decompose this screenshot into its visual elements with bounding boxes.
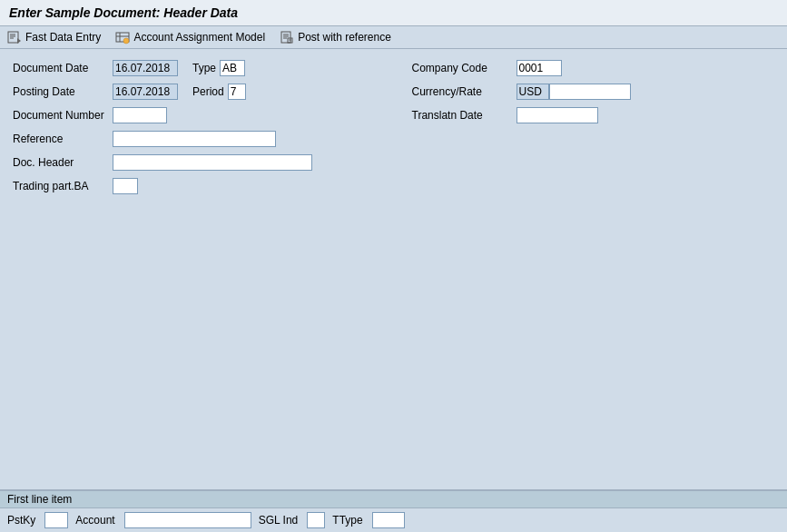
type-label: Type bbox=[192, 62, 216, 74]
reference-row: Reference bbox=[13, 129, 376, 149]
translatn-date-label: Translatn Date bbox=[412, 109, 516, 122]
currency-code-input[interactable] bbox=[516, 84, 549, 100]
period-input[interactable] bbox=[228, 84, 246, 100]
trading-part-input[interactable] bbox=[113, 178, 138, 194]
main-content: Document Date Type Posting Date Period D… bbox=[0, 49, 787, 209]
document-number-row: Document Number bbox=[13, 105, 376, 125]
document-number-input[interactable] bbox=[113, 107, 167, 123]
document-date-input[interactable] bbox=[113, 60, 178, 76]
posting-date-label: Posting Date bbox=[13, 85, 113, 98]
posting-date-input[interactable] bbox=[113, 84, 178, 100]
pstky-label: PstKy bbox=[7, 514, 35, 527]
type-input[interactable] bbox=[220, 60, 245, 76]
currency-rate-label: Currency/Rate bbox=[412, 85, 516, 98]
account-input[interactable] bbox=[124, 512, 251, 528]
first-line-title: First line item bbox=[0, 491, 787, 508]
document-number-label: Document Number bbox=[13, 109, 113, 122]
fast-data-entry-icon bbox=[7, 30, 22, 44]
sgl-ind-input[interactable] bbox=[307, 512, 325, 528]
company-code-input[interactable] bbox=[516, 60, 562, 76]
post-with-reference-label: Post with reference bbox=[298, 31, 391, 44]
period-label: Period bbox=[192, 85, 224, 98]
ttype-input[interactable] bbox=[372, 512, 405, 528]
fast-data-entry-label: Fast Data Entry bbox=[25, 31, 101, 44]
svg-rect-0 bbox=[8, 32, 18, 43]
reference-label: Reference bbox=[13, 133, 113, 145]
ttype-label: TType bbox=[332, 514, 362, 527]
currency-rate-row: Currency/Rate bbox=[412, 82, 775, 102]
title-bar: Enter Sample Document: Header Data bbox=[0, 0, 787, 26]
currency-rate-input[interactable] bbox=[549, 84, 631, 100]
bottom-section: First line item PstKy Account SGL Ind TT… bbox=[0, 489, 787, 532]
fast-data-entry-button[interactable]: Fast Data Entry bbox=[7, 30, 101, 44]
reference-input[interactable] bbox=[113, 131, 276, 147]
doc-header-row: Doc. Header bbox=[13, 153, 376, 172]
document-date-row: Document Date Type bbox=[13, 58, 376, 78]
first-line-row: PstKy Account SGL Ind TType bbox=[0, 508, 787, 532]
pstky-input[interactable] bbox=[44, 512, 68, 528]
svg-marker-4 bbox=[17, 38, 21, 44]
doc-header-input[interactable] bbox=[113, 154, 312, 171]
translatn-date-input[interactable] bbox=[516, 107, 598, 123]
form-section: Document Date Type Posting Date Period D… bbox=[13, 58, 774, 200]
toolbar: Fast Data Entry Account Assignment Model… bbox=[0, 26, 787, 49]
posting-date-row: Posting Date Period bbox=[13, 82, 376, 102]
company-code-row: Company Code bbox=[412, 58, 775, 78]
account-assignment-icon bbox=[115, 30, 130, 44]
form-right: Company Code Currency/Rate Translatn Dat… bbox=[412, 58, 775, 200]
document-date-label: Document Date bbox=[13, 62, 113, 74]
svg-point-8 bbox=[123, 38, 129, 44]
sgl-ind-label: SGL Ind bbox=[259, 514, 299, 527]
page-title: Enter Sample Document: Header Data bbox=[9, 5, 778, 20]
svg-rect-9 bbox=[281, 32, 290, 43]
trading-part-row: Trading part.BA bbox=[13, 176, 376, 196]
post-with-reference-icon bbox=[280, 30, 294, 44]
account-assignment-label: Account Assignment Model bbox=[133, 31, 265, 44]
doc-header-label: Doc. Header bbox=[13, 156, 113, 169]
post-with-reference-button[interactable]: Post with reference bbox=[280, 30, 391, 44]
account-assignment-model-button[interactable]: Account Assignment Model bbox=[115, 30, 265, 44]
account-label: Account bbox=[75, 514, 114, 527]
form-left: Document Date Type Posting Date Period D… bbox=[13, 58, 376, 200]
trading-part-label: Trading part.BA bbox=[13, 180, 113, 192]
company-code-label: Company Code bbox=[412, 62, 516, 74]
translatn-date-row: Translatn Date bbox=[412, 105, 775, 125]
